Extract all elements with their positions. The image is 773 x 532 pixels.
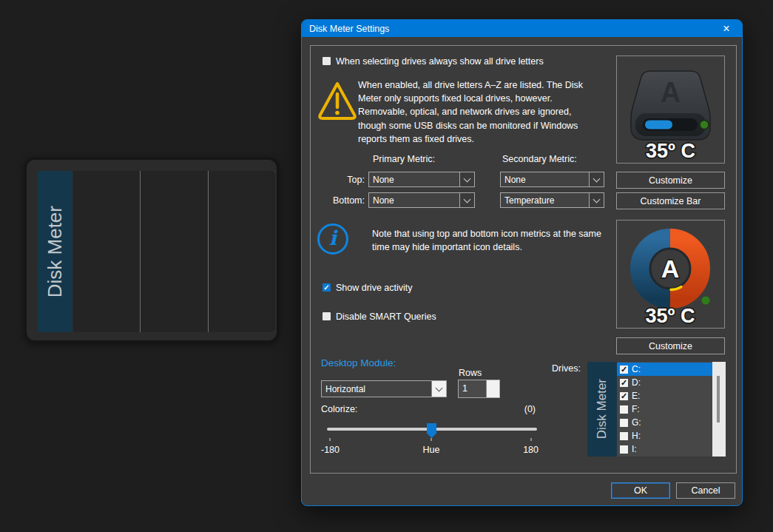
drive-checkbox[interactable] <box>620 379 628 387</box>
colorize-value: (0) <box>506 404 536 414</box>
warning-icon <box>317 79 358 122</box>
disable-smart-label: Disable SMART Queries <box>336 312 436 322</box>
widget-title-bar[interactable]: Disk Meter <box>38 171 72 332</box>
show-activity-label: Show drive activity <box>336 283 413 293</box>
drive-temperature-text: 35º C <box>646 140 695 162</box>
chevron-down-icon[interactable] <box>459 193 474 207</box>
spinner-buttons[interactable] <box>486 380 499 397</box>
rows-label: Rows <box>459 368 482 378</box>
drive-label: D: <box>632 377 641 388</box>
drive-label: E: <box>632 391 640 401</box>
widget-drive-panel[interactable] <box>73 171 140 332</box>
drives-scrollbar[interactable] <box>712 362 726 457</box>
chevron-down-icon[interactable] <box>589 193 604 207</box>
drive-checkbox[interactable] <box>620 419 628 427</box>
drive-row[interactable]: I: <box>617 442 712 456</box>
rows-spinner[interactable]: 1 <box>458 380 500 398</box>
chevron-down-icon[interactable] <box>589 172 604 186</box>
drive-row[interactable]: H: <box>617 429 712 442</box>
primary-metric-header: Primary Metric: <box>373 154 435 164</box>
disable-smart-checkbox[interactable] <box>323 312 331 320</box>
slider-center-label: Hue <box>413 445 450 455</box>
drives-label: Drives: <box>552 363 581 374</box>
drive-row[interactable]: D: <box>617 376 712 389</box>
widget-drive-panel[interactable] <box>209 171 275 332</box>
secondary-bottom-dropdown[interactable]: Temperature <box>500 192 604 208</box>
donut-gauge-icon: A 35º C <box>617 220 724 328</box>
warning-text: When enabled, all drive letters A–Z are … <box>358 78 602 146</box>
drive-checkbox[interactable] <box>620 405 628 414</box>
info-note-text: Note that using top and bottom icon metr… <box>372 227 627 254</box>
scrollbar-thumb[interactable] <box>717 376 720 422</box>
show-activity-checkbox[interactable] <box>323 283 331 292</box>
dialog-title: Disk Meter Settings <box>302 24 711 34</box>
dialog-titlebar[interactable]: Disk Meter Settings × <box>302 20 742 37</box>
ok-button[interactable]: OK <box>611 482 670 499</box>
drive-row[interactable]: G: <box>617 416 712 429</box>
primary-top-dropdown[interactable]: None <box>368 172 475 187</box>
drive-checkbox[interactable] <box>620 392 628 400</box>
chevron-down-icon[interactable] <box>459 172 474 186</box>
cancel-button[interactable]: Cancel <box>676 482 735 499</box>
customize-icon-button[interactable]: Customize <box>616 172 725 189</box>
slider-max-label: 180 <box>516 445 539 455</box>
disk-meter-settings-dialog: Disk Meter Settings × When selecting dri… <box>301 19 743 506</box>
orientation-dropdown[interactable]: Horizontal <box>321 380 447 397</box>
widget-title-label: Disk Meter <box>44 206 67 297</box>
svg-text:A: A <box>661 255 680 283</box>
drive-label: I: <box>632 444 637 454</box>
disk-meter-widget[interactable]: Disk Meter <box>24 158 279 343</box>
all-letters-checkbox[interactable] <box>323 57 331 65</box>
secondary-metric-header: Secondary Metric: <box>502 154 577 164</box>
svg-text:A: A <box>661 77 681 108</box>
donut-temperature-text: 35º C <box>646 305 695 327</box>
drive-row[interactable]: E: <box>617 389 712 403</box>
drive-checkbox[interactable] <box>620 445 628 454</box>
drive-icon-preview-panel: A 35º C <box>616 55 725 164</box>
slider-tick <box>530 438 532 441</box>
customize-bar-button[interactable]: Customize Bar <box>616 192 725 209</box>
top-row-label: Top: <box>323 175 365 185</box>
drive-label: H: <box>632 431 641 441</box>
colorize-label: Colorize: <box>321 404 357 414</box>
widget-drive-panels <box>73 171 275 332</box>
widget-drive-panel[interactable] <box>141 171 207 332</box>
drive-label: G: <box>632 417 641 428</box>
info-icon: i <box>317 223 348 255</box>
slider-tick <box>329 438 331 441</box>
drive-row[interactable]: F: <box>617 403 712 416</box>
drive-label: C: <box>632 364 641 374</box>
drive-icon: A 35º C <box>617 56 724 163</box>
slider-tick <box>431 438 432 441</box>
close-icon[interactable]: × <box>711 20 742 37</box>
primary-bottom-dropdown[interactable]: None <box>368 192 475 208</box>
all-letters-label: When selecting drives always show all dr… <box>336 56 544 67</box>
drive-checkbox[interactable] <box>620 432 628 440</box>
desktop-module-heading: Desktop Module: <box>321 357 396 368</box>
donut-preview-panel: A 35º C <box>616 220 725 329</box>
activity-led-icon <box>702 297 710 305</box>
customize-donut-button[interactable]: Customize <box>616 337 725 354</box>
drives-panel-title: Disk Meter <box>587 362 617 457</box>
drive-label: F: <box>632 404 640 414</box>
drives-list[interactable]: C: D: E: F: G: H: <box>617 362 726 457</box>
slider-min-label: -180 <box>321 445 340 455</box>
drive-row[interactable]: C: <box>617 363 712 376</box>
secondary-top-dropdown[interactable]: None <box>500 172 604 187</box>
bottom-row-label: Bottom: <box>323 195 365 206</box>
chevron-down-icon[interactable] <box>431 381 446 397</box>
drive-checkbox[interactable] <box>620 366 628 374</box>
